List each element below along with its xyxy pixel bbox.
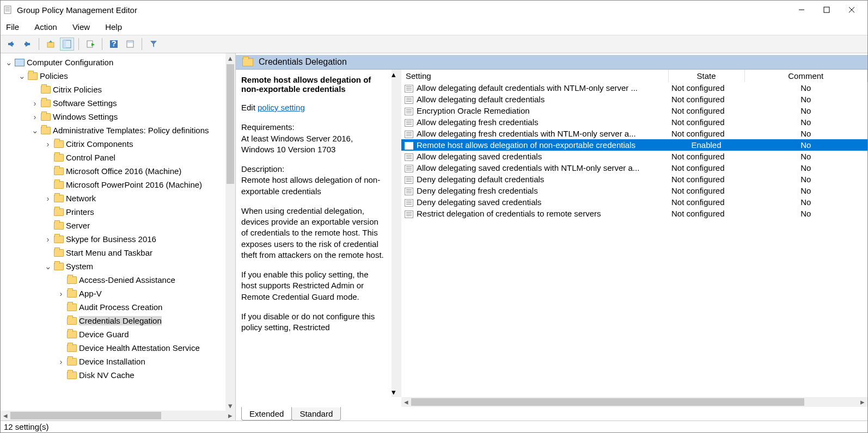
policy-setting-link[interactable]: policy setting [258,103,305,112]
setting-row[interactable]: Allow delegating saved credentialsNot co… [401,151,867,162]
setting-state: Not configured [668,82,744,94]
maximize-button[interactable] [814,2,839,18]
folder-icon [41,100,51,107]
setting-row[interactable]: Deny delegating saved credentialsNot con… [401,196,867,208]
setting-row[interactable]: Encryption Oracle RemediationNot configu… [401,105,867,116]
tree-item[interactable]: ›App-V [3,287,235,300]
tree-item[interactable]: Audit Process Creation [3,300,235,314]
setting-row[interactable]: Allow delegating saved credentials with … [401,162,867,174]
tree-item-label: Software Settings [53,98,117,108]
column-state[interactable]: State [668,70,744,82]
setting-name: Deny delegating fresh credentials [417,186,538,195]
setting-row[interactable]: Allow delegating default credentialsNot … [401,94,867,105]
setting-state: Not configured [668,128,744,139]
tree-item[interactable]: Printers [3,205,235,219]
tree-item[interactable]: Access-Denied Assistance [3,273,235,287]
tree-horizontal-scrollbar[interactable]: ◂ ▸ [1,411,235,420]
tree-item[interactable]: ⌄System [3,259,235,273]
expand-icon[interactable]: › [57,357,65,366]
svg-marker-22 [150,41,157,47]
close-button[interactable] [839,2,864,18]
folder-icon [54,208,64,216]
tree-item[interactable]: ›Device Installation [3,355,235,368]
show-hide-tree-button[interactable] [60,38,74,51]
tree-item[interactable]: Disk NV Cache [3,368,235,382]
requirements-label: Requirements: [241,122,295,132]
tree-item-label: Citrix Policies [53,85,102,94]
tree-vertical-scrollbar[interactable]: ▴ ▾ [225,53,235,411]
setting-state: Not configured [668,196,744,208]
tree-item[interactable]: ⌄Computer Configuration [3,55,235,69]
tree-item[interactable]: Start Menu and Taskbar [3,246,235,259]
setting-row[interactable]: Remote host allows delegation of non-exp… [401,139,867,151]
back-button[interactable] [4,38,18,51]
help-icon-button[interactable]: ? [107,38,121,51]
svg-rect-9 [8,43,14,45]
tree-item[interactable]: Device Health Attestation Service [3,341,235,355]
svg-marker-17 [91,43,95,46]
properties-button[interactable] [123,38,137,51]
setting-comment: No [744,94,867,105]
tree-item[interactable]: ›Skype for Business 2016 [3,232,235,246]
setting-row[interactable]: Allow delegating fresh credentials with … [401,128,867,139]
tree-item[interactable]: ⌄Administrative Templates: Policy defini… [3,123,235,137]
setting-comment: No [744,105,867,116]
tab-extended[interactable]: Extended [241,407,292,420]
expand-icon[interactable]: ⌄ [5,58,13,67]
tree-item-label: App-V [79,289,102,298]
tree-item[interactable]: ›Windows Settings [3,110,235,123]
tree-item[interactable]: Microsoft PowerPoint 2016 (Machine) [3,178,235,191]
setting-row[interactable]: Deny delegating fresh credentialsNot con… [401,185,867,196]
column-comment[interactable]: Comment [744,70,867,82]
minimize-button[interactable] [789,2,814,18]
description-text: Remote host allows delegation of non-exp… [241,175,380,195]
setting-state: Not configured [668,116,744,128]
tree-item[interactable]: Control Panel [3,151,235,164]
expand-icon[interactable]: › [31,98,39,108]
tree-item[interactable]: Microsoft Office 2016 (Machine) [3,164,235,178]
forward-button[interactable] [20,38,34,51]
expand-icon[interactable]: ⌄ [44,262,52,271]
expand-icon[interactable]: › [44,139,52,149]
description-vertical-scrollbar[interactable]: ▴▾ [392,70,401,397]
column-setting[interactable]: Setting [401,70,668,82]
menu-file[interactable]: File [6,22,19,32]
requirements-text: At least Windows Server 2016, Windows 10… [241,134,353,154]
setting-row[interactable]: Deny delegating default credentialsNot c… [401,174,867,185]
folder-icon [54,236,64,243]
expand-icon[interactable]: ⌄ [18,71,26,81]
tree-item[interactable]: Server [3,219,235,232]
folder-icon [54,249,64,257]
expand-icon[interactable]: ⌄ [31,126,39,135]
description-para2: If you enable this policy setting, the h… [241,269,385,302]
tree-item[interactable]: Device Guard [3,327,235,341]
tree-item[interactable]: ›Software Settings [3,96,235,110]
description-pane: Remote host allows delegation of non-exp… [236,70,392,397]
menu-help[interactable]: Help [105,22,122,32]
tree-item[interactable]: ⌄Policies [3,69,235,83]
list-horizontal-scrollbar[interactable]: ◂ ▸ [401,397,867,407]
export-button[interactable] [83,38,97,51]
setting-row[interactable]: Allow delegating default credentials wit… [401,82,867,94]
menu-action[interactable]: Action [34,22,57,32]
menu-view[interactable]: View [72,22,90,32]
up-button[interactable] [44,38,58,51]
filter-button[interactable] [146,38,161,51]
setting-icon [405,119,413,127]
setting-name: Encryption Oracle Remediation [417,106,530,115]
svg-rect-5 [824,7,829,13]
tree-item[interactable]: Credentials Delegation [3,314,235,327]
tree-item[interactable]: Citrix Policies [3,83,235,96]
expand-icon[interactable]: › [31,112,39,121]
setting-row[interactable]: Restrict delegation of credentials to re… [401,208,867,219]
tree-item-label: Device Health Attestation Service [79,343,200,352]
expand-icon[interactable]: › [57,289,65,298]
expand-icon[interactable]: › [44,194,52,203]
tree-item[interactable]: ›Citrix Components [3,137,235,151]
setting-row[interactable]: Allow delegating fresh credentialsNot co… [401,116,867,128]
svg-rect-0 [4,6,11,14]
expand-icon[interactable]: › [44,234,52,244]
tree-item[interactable]: ›Network [3,191,235,205]
tab-standard[interactable]: Standard [291,407,341,420]
tree-item-label: Windows Settings [53,112,118,121]
